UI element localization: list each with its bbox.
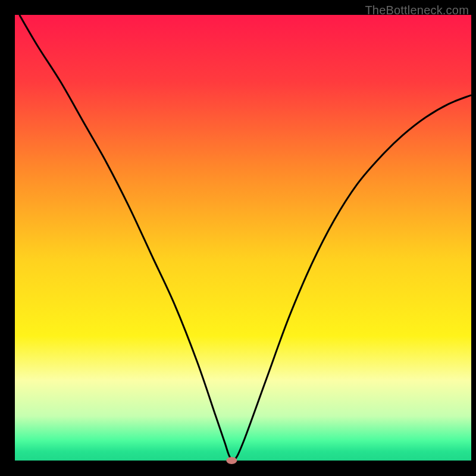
plot-background (15, 15, 471, 461)
chart-svg (0, 0, 476, 476)
optimum-marker (226, 457, 237, 464)
watermark-text: TheBottleneck.com (365, 4, 469, 17)
chart-frame: TheBottleneck.com (0, 0, 476, 476)
